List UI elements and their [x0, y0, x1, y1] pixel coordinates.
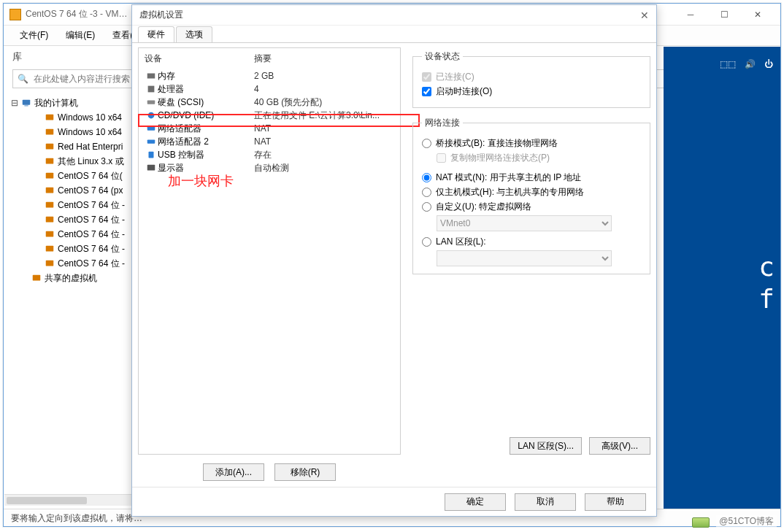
shared-icon — [30, 273, 43, 283]
minimize-button[interactable]: ─ — [674, 4, 707, 26]
remove-hardware-button[interactable]: 移除(R) — [274, 463, 336, 481]
watermark: @51CTO博客 — [716, 515, 777, 528]
computer-icon — [20, 98, 33, 108]
vm-icon — [43, 244, 56, 254]
svg-rect-16 — [147, 100, 155, 104]
device-summary: NAT — [254, 123, 394, 134]
tree-item-label: CentOS 7 64 (px — [56, 185, 123, 196]
connect-at-poweron-checkbox[interactable] — [422, 87, 431, 96]
vm-icon — [43, 112, 56, 123]
device-name: 网络适配器 — [158, 123, 254, 135]
tree-item-label: 其他 Linux 3.x 或 — [56, 155, 124, 168]
close-button[interactable]: ✕ — [741, 4, 775, 26]
device-name: USB 控制器 — [158, 149, 254, 161]
tree-item-label: CentOS 7 64 位 - — [56, 258, 125, 270]
tree-item-label: Windows 10 x64 — [56, 112, 122, 123]
cancel-button[interactable]: 取消 — [515, 493, 576, 511]
speaker-icon: 🔊 — [745, 59, 756, 69]
vm-icon — [43, 142, 56, 152]
device-icon — [145, 84, 158, 94]
device-status-group: 设备状态 已连接(C) 启动时连接(O) — [412, 50, 650, 108]
hardware-row[interactable]: 处理器4 — [139, 82, 400, 96]
svg-rect-11 — [46, 246, 54, 252]
custom-radio[interactable] — [422, 202, 431, 212]
svg-rect-3 — [46, 129, 54, 135]
lan-segment-radio[interactable] — [422, 237, 431, 247]
bridged-radio[interactable] — [422, 139, 431, 148]
search-icon: 🔍 — [13, 74, 32, 84]
device-icon — [145, 136, 158, 147]
dialog-footer: 确定 取消 帮助 — [132, 487, 656, 516]
dialog-close-button[interactable]: ✕ — [631, 9, 649, 21]
tree-item-label: CentOS 7 64 位 - — [56, 199, 125, 212]
device-name: 硬盘 (SCSI) — [158, 96, 254, 109]
menu-file[interactable]: 文件(F) — [11, 26, 57, 45]
hardware-row[interactable]: 网络适配器 2NAT — [139, 135, 400, 148]
svg-point-17 — [148, 112, 155, 119]
svg-rect-12 — [46, 261, 54, 266]
hardware-row[interactable]: 内存2 GB — [139, 69, 400, 82]
svg-rect-20 — [149, 152, 154, 158]
vm-icon — [43, 185, 56, 196]
device-summary: 4 — [254, 84, 394, 94]
custom-vmnet-select: VMnet0 — [437, 215, 612, 231]
network-icon: ⬚⬚ — [720, 59, 736, 69]
help-button[interactable]: 帮助 — [585, 493, 646, 511]
ok-button[interactable]: 确定 — [445, 493, 506, 511]
device-name: CD/DVD (IDE) — [158, 110, 254, 120]
hardware-row[interactable]: 硬盘 (SCSI)40 GB (预先分配) — [139, 96, 400, 109]
device-icon — [145, 97, 158, 107]
svg-rect-8 — [46, 202, 54, 208]
tray-disk-icon — [692, 517, 710, 528]
svg-rect-10 — [46, 231, 54, 237]
vm-icon — [43, 200, 56, 210]
device-icon — [145, 150, 158, 160]
device-icon — [145, 71, 158, 81]
svg-rect-1 — [24, 106, 28, 107]
vm-icon — [43, 127, 56, 137]
svg-rect-5 — [46, 158, 54, 164]
lan-segments-button[interactable]: LAN 区段(S)... — [510, 437, 582, 455]
maximize-button[interactable]: ☐ — [707, 4, 741, 26]
svg-rect-4 — [46, 144, 54, 150]
twisty-icon[interactable]: ⊟ — [9, 98, 20, 108]
nat-radio[interactable] — [422, 173, 431, 182]
device-summary: 自动检测 — [254, 162, 394, 174]
hardware-detail-panel: 设备状态 已连接(C) 启动时连接(O) 网络连接 桥接模式(B): 直接连接物… — [412, 47, 650, 455]
replicate-checkbox — [437, 153, 446, 163]
hardware-list-header: 设备 摘要 — [139, 48, 400, 69]
vm-icon — [43, 258, 56, 269]
tree-item-label: CentOS 7 64 位 - — [56, 214, 125, 226]
device-icon — [145, 163, 158, 173]
advanced-button[interactable]: 高级(V)... — [589, 437, 650, 455]
tree-item-label: Windows 10 x64 — [56, 127, 122, 137]
hardware-row[interactable]: CD/DVD (IDE)正在使用文件 E:\云计算3.0\Lin... — [139, 109, 400, 122]
menu-edit[interactable]: 编辑(E) — [57, 26, 104, 45]
main-title: CentOS 7 64 位 -3 - VM… — [26, 8, 127, 20]
device-summary: 2 GB — [254, 71, 394, 81]
tree-item-label: CentOS 7 64 位 - — [56, 228, 125, 241]
app-icon — [9, 9, 21, 20]
tab-options[interactable]: 选项 — [176, 26, 212, 42]
device-name: 网络适配器 2 — [158, 136, 254, 148]
device-summary: 40 GB (预先分配) — [254, 96, 394, 109]
svg-rect-9 — [46, 217, 54, 223]
hostonly-radio[interactable] — [422, 188, 431, 197]
annotation-text: 加一块网卡 — [168, 172, 234, 190]
svg-rect-13 — [33, 275, 41, 281]
add-hardware-button[interactable]: 添加(A)... — [203, 463, 264, 481]
vm-icon — [43, 156, 56, 166]
vm-settings-dialog: 虚拟机设置 ✕ 硬件 选项 设备 摘要 内存2 GB处理器4硬盘 (SCSI)4… — [131, 4, 657, 517]
hardware-row[interactable]: 网络适配器NAT — [139, 122, 400, 135]
tab-hardware[interactable]: 硬件 — [138, 26, 174, 42]
svg-rect-6 — [46, 173, 54, 179]
power-icon: ⏻ — [764, 59, 773, 69]
device-name: 内存 — [158, 70, 254, 82]
network-connection-group: 网络连接 桥接模式(B): 直接连接物理网络 复制物理网络连接状态(P) NAT… — [412, 117, 650, 274]
lan-segment-select — [437, 250, 612, 266]
library-hscroll[interactable] — [4, 494, 133, 506]
hardware-list[interactable]: 设备 摘要 内存2 GB处理器4硬盘 (SCSI)40 GB (预先分配)CD/… — [138, 47, 401, 455]
dialog-titlebar: 虚拟机设置 ✕ — [132, 5, 656, 26]
device-summary: 存在 — [254, 149, 394, 161]
hardware-row[interactable]: USB 控制器存在 — [139, 148, 400, 161]
